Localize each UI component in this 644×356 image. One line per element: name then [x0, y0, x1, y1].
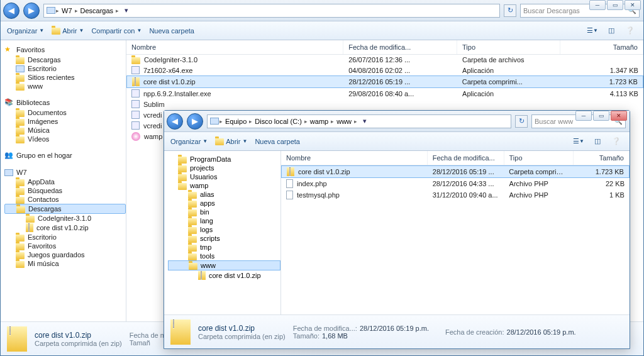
back-button[interactable]: ◀: [167, 113, 183, 130]
tree-item[interactable]: tools: [168, 252, 280, 260]
tree-item[interactable]: www: [4, 82, 126, 91]
folder-icon: [188, 245, 197, 252]
file-row[interactable]: CodeIgniter-3.1.026/07/2016 12:36 ...Car…: [126, 55, 643, 65]
view-options-button[interactable]: ☰▼: [586, 24, 599, 38]
minimize-button[interactable]: ─: [589, 0, 606, 10]
tree-item[interactable]: lang: [168, 216, 280, 225]
col-date[interactable]: Fecha de modifica...: [428, 151, 504, 165]
tree-item[interactable]: alias: [168, 190, 280, 199]
tree-item[interactable]: core dist v1.0.zip: [168, 270, 280, 281]
preview-pane-button[interactable]: ◫: [591, 135, 604, 148]
col-type[interactable]: Tipo: [457, 40, 560, 54]
tree-item[interactable]: projects: [168, 164, 280, 172]
chevron-right-icon: ▸: [353, 118, 358, 125]
breadcrumb[interactable]: ▸ Equipo ▸ Disco local (C:) ▸ wamp ▸ www…: [207, 114, 511, 128]
tree-item[interactable]: bin: [168, 208, 280, 216]
col-name[interactable]: Nombre: [281, 151, 428, 165]
help-button[interactable]: ❔: [623, 24, 637, 38]
file-row[interactable]: core dist v1.0.zip28/12/2016 05:19 ...Ca…: [126, 75, 643, 88]
tree-item-selected[interactable]: www: [168, 260, 280, 270]
tree-item[interactable]: Imágenes: [4, 117, 126, 126]
file-row[interactable]: Sublim: [126, 99, 643, 109]
back-button[interactable]: ◀: [3, 3, 19, 19]
nav-tree[interactable]: ★Favoritos Descargas Escritorio Sitios r…: [1, 40, 126, 321]
col-size[interactable]: Tamaño: [574, 151, 630, 165]
history-dropdown[interactable]: ▾: [360, 117, 369, 125]
file-row[interactable]: core dist v1.0.zip28/12/2016 05:19 ...Ca…: [281, 165, 630, 178]
computer-header[interactable]: W7: [16, 169, 27, 176]
tree-item[interactable]: Sitios recientes: [4, 73, 126, 82]
tree-item[interactable]: Documentos: [4, 108, 126, 117]
folder-icon: [16, 243, 25, 250]
breadcrumb-item[interactable]: Disco local (C:): [253, 118, 304, 125]
tree-item[interactable]: Búsquedas: [4, 186, 126, 195]
libraries-header[interactable]: Bibliotecas: [16, 99, 50, 106]
col-name[interactable]: Nombre: [126, 40, 343, 54]
file-row[interactable]: testmysql.php31/12/2010 09:40 a...Archiv…: [281, 189, 630, 201]
breadcrumb[interactable]: ▸ W7 ▸ Descargas ▸ ▾: [43, 4, 500, 18]
file-rows[interactable]: core dist v1.0.zip28/12/2016 05:19 ...Ca…: [281, 165, 630, 314]
file-date: 28/12/2016 04:33 ...: [428, 179, 504, 189]
breadcrumb-item[interactable]: W7: [60, 7, 74, 14]
tree-item[interactable]: tmp: [168, 243, 280, 252]
forward-button[interactable]: ▶: [187, 113, 203, 130]
tree-item[interactable]: Juegos guardados: [4, 250, 126, 259]
homegroup-header[interactable]: Grupo en el hogar: [16, 152, 72, 159]
tree-item[interactable]: Música: [4, 126, 126, 135]
tree-item[interactable]: AppData: [4, 177, 126, 186]
tree-item[interactable]: CodeIgniter-3.1.0: [4, 214, 126, 223]
file-row[interactable]: index.php28/12/2016 04:33 ...Archivo PHP…: [281, 178, 630, 189]
favorites-header[interactable]: Favoritos: [16, 46, 45, 53]
tree-item[interactable]: logs: [168, 225, 280, 234]
share-button[interactable]: Compartir con▼: [91, 27, 142, 35]
tree-item[interactable]: wamp: [168, 181, 280, 190]
new-folder-button[interactable]: Nueva carpeta: [255, 138, 300, 145]
refresh-button[interactable]: ↻: [504, 4, 516, 17]
close-button[interactable]: ✕: [611, 111, 627, 121]
close-button[interactable]: ✕: [625, 0, 641, 10]
forward-button[interactable]: ▶: [23, 3, 40, 19]
breadcrumb-item[interactable]: www: [335, 118, 353, 125]
folder-icon: [188, 253, 197, 260]
tree-item[interactable]: Escritorio: [4, 64, 126, 73]
tree-item[interactable]: ProgramData: [168, 155, 280, 164]
maximize-button[interactable]: ▭: [593, 111, 609, 121]
help-button[interactable]: ❔: [609, 135, 623, 148]
zip-icon: [287, 167, 294, 176]
file-size: 4.113 KB: [560, 89, 643, 99]
folder-icon: [188, 201, 197, 208]
organize-button[interactable]: Organizar▼: [170, 138, 208, 145]
breadcrumb-item[interactable]: wamp: [308, 118, 330, 125]
tree-item[interactable]: Usuarios: [168, 172, 280, 181]
file-row[interactable]: 7z1602-x64.exe04/08/2016 02:02 ...Aplica…: [126, 65, 643, 75]
open-button[interactable]: Abrir▼: [52, 27, 84, 35]
tree-item[interactable]: core dist v1.0.zip: [4, 223, 126, 233]
tree-item[interactable]: Descargas: [4, 55, 126, 64]
desktop-icon: [16, 65, 25, 72]
col-date[interactable]: Fecha de modifica...: [343, 40, 457, 54]
file-row[interactable]: npp.6.9.2.Installer.exe29/08/2016 08:40 …: [126, 88, 643, 99]
col-size[interactable]: Tamaño: [560, 40, 643, 54]
tree-item-selected[interactable]: Descargas: [4, 204, 126, 214]
tree-item[interactable]: scripts: [168, 234, 280, 243]
refresh-button[interactable]: ↻: [515, 115, 528, 128]
view-options-button[interactable]: ☰▼: [572, 135, 586, 148]
history-dropdown[interactable]: ▾: [122, 6, 131, 14]
tree-item[interactable]: Escritorio: [4, 233, 126, 242]
breadcrumb-item[interactable]: Equipo: [223, 118, 248, 125]
tree-item[interactable]: Mi música: [4, 259, 126, 268]
organize-button[interactable]: Organizar▼: [7, 27, 44, 35]
col-type[interactable]: Tipo: [504, 151, 574, 165]
tree-item[interactable]: Favoritos: [4, 242, 126, 250]
minimize-button[interactable]: ─: [575, 111, 592, 121]
breadcrumb-item[interactable]: Descargas: [79, 7, 116, 14]
file-size: 1 KB: [574, 190, 630, 200]
maximize-button[interactable]: ▭: [607, 0, 623, 10]
new-folder-button[interactable]: Nueva carpeta: [149, 27, 194, 35]
open-button[interactable]: Abrir▼: [215, 138, 247, 145]
nav-tree[interactable]: ProgramData projects Usuarios wamp alias…: [164, 151, 281, 314]
tree-item[interactable]: Contactos: [4, 195, 126, 204]
tree-item[interactable]: Vídeos: [4, 135, 126, 143]
tree-item[interactable]: apps: [168, 199, 280, 208]
preview-pane-button[interactable]: ◫: [604, 24, 618, 38]
